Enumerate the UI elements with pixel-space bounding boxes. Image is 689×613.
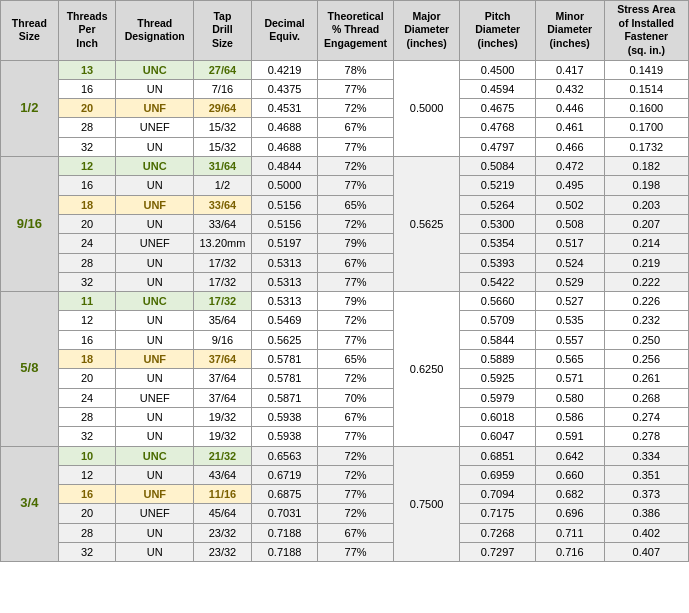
pte-cell: 72%	[318, 504, 393, 523]
table-row: 16UN9/160.562577%0.58440.5570.250	[1, 330, 689, 349]
decimal-cell: 0.5469	[251, 311, 318, 330]
decimal-cell: 0.5156	[251, 214, 318, 233]
minor-cell: 0.466	[535, 137, 604, 156]
pitch-cell: 0.4594	[460, 79, 535, 98]
minor-cell: 0.495	[535, 176, 604, 195]
decimal-cell: 0.6563	[251, 446, 318, 465]
designation-cell: UN	[116, 407, 194, 426]
pitch-cell: 0.5300	[460, 214, 535, 233]
designation-cell: UNF	[116, 350, 194, 369]
decimal-cell: 0.5938	[251, 407, 318, 426]
designation-cell: UNF	[116, 485, 194, 504]
drill-cell: 33/64	[194, 195, 252, 214]
minor-cell: 0.642	[535, 446, 604, 465]
drill-cell: 37/64	[194, 388, 252, 407]
drill-cell: 29/64	[194, 99, 252, 118]
table-row: 18UNF37/640.578165%0.58890.5650.256	[1, 350, 689, 369]
drill-cell: 23/32	[194, 523, 252, 542]
tpi-cell: 16	[58, 79, 116, 98]
designation-cell: UN	[116, 214, 194, 233]
minor-cell: 0.580	[535, 388, 604, 407]
table-row: 32UN15/320.468877%0.47970.4660.1732	[1, 137, 689, 156]
decimal-cell: 0.5871	[251, 388, 318, 407]
pte-cell: 72%	[318, 99, 393, 118]
pte-cell: 77%	[318, 272, 393, 291]
decimal-cell: 0.7031	[251, 504, 318, 523]
decimal-cell: 0.4844	[251, 157, 318, 176]
pte-cell: 78%	[318, 60, 393, 79]
pitch-cell: 0.5422	[460, 272, 535, 291]
table-row: 28UN23/320.718867%0.72680.7110.402	[1, 523, 689, 542]
pitch-cell: 0.5709	[460, 311, 535, 330]
tpi-cell: 20	[58, 214, 116, 233]
table-row: 20UN33/640.515672%0.53000.5080.207	[1, 214, 689, 233]
pitch-cell: 0.7175	[460, 504, 535, 523]
table-row: 28UN17/320.531367%0.53930.5240.219	[1, 253, 689, 272]
table-row: 24UNEF37/640.587170%0.59790.5800.268	[1, 388, 689, 407]
table-row: 28UNEF15/320.468867%0.47680.4610.1700	[1, 118, 689, 137]
stress-area-cell: 0.207	[604, 214, 688, 233]
major-diameter-cell: 0.5625	[393, 157, 460, 292]
stress-area-cell: 0.261	[604, 369, 688, 388]
pitch-cell: 0.5889	[460, 350, 535, 369]
minor-cell: 0.524	[535, 253, 604, 272]
stress-area-cell: 0.407	[604, 542, 688, 561]
minor-cell: 0.565	[535, 350, 604, 369]
drill-cell: 17/32	[194, 292, 252, 311]
pte-cell: 77%	[318, 542, 393, 561]
minor-cell: 0.529	[535, 272, 604, 291]
pte-cell: 72%	[318, 157, 393, 176]
stress-area-cell: 0.386	[604, 504, 688, 523]
drill-cell: 23/32	[194, 542, 252, 561]
minor-cell: 0.591	[535, 427, 604, 446]
stress-area-cell: 0.214	[604, 234, 688, 253]
table-row: 5/811UNC17/320.531379%0.62500.56600.5270…	[1, 292, 689, 311]
pitch-cell: 0.7268	[460, 523, 535, 542]
table-row: 32UN17/320.531377%0.54220.5290.222	[1, 272, 689, 291]
decimal-cell: 0.4219	[251, 60, 318, 79]
pte-cell: 72%	[318, 446, 393, 465]
tpi-cell: 12	[58, 465, 116, 484]
drill-cell: 13.20mm	[194, 234, 252, 253]
designation-cell: UN	[116, 253, 194, 272]
decimal-cell: 0.4531	[251, 99, 318, 118]
decimal-cell: 0.5781	[251, 350, 318, 369]
designation-cell: UN	[116, 427, 194, 446]
minor-cell: 0.502	[535, 195, 604, 214]
designation-cell: UN	[116, 369, 194, 388]
designation-cell: UN	[116, 272, 194, 291]
pitch-cell: 0.4675	[460, 99, 535, 118]
drill-cell: 33/64	[194, 214, 252, 233]
header-tpi: ThreadsPerInch	[58, 1, 116, 61]
tpi-cell: 20	[58, 504, 116, 523]
header-designation: ThreadDesignation	[116, 1, 194, 61]
pitch-cell: 0.5844	[460, 330, 535, 349]
pitch-cell: 0.6959	[460, 465, 535, 484]
tpi-cell: 12	[58, 157, 116, 176]
pitch-cell: 0.5660	[460, 292, 535, 311]
tpi-cell: 32	[58, 272, 116, 291]
stress-area-cell: 0.182	[604, 157, 688, 176]
stress-area-cell: 0.1419	[604, 60, 688, 79]
thread-size-cell: 3/4	[1, 446, 59, 562]
stress-area-cell: 0.1514	[604, 79, 688, 98]
pte-cell: 77%	[318, 176, 393, 195]
minor-cell: 0.417	[535, 60, 604, 79]
stress-area-cell: 0.203	[604, 195, 688, 214]
tpi-cell: 28	[58, 523, 116, 542]
minor-cell: 0.535	[535, 311, 604, 330]
drill-cell: 1/2	[194, 176, 252, 195]
minor-cell: 0.711	[535, 523, 604, 542]
drill-cell: 45/64	[194, 504, 252, 523]
minor-cell: 0.517	[535, 234, 604, 253]
pitch-cell: 0.5979	[460, 388, 535, 407]
designation-cell: UN	[116, 542, 194, 561]
table-row: 16UNF11/160.687577%0.70940.6820.373	[1, 485, 689, 504]
decimal-cell: 0.5000	[251, 176, 318, 195]
decimal-cell: 0.7188	[251, 542, 318, 561]
header-major: MajorDiameter(inches)	[393, 1, 460, 61]
pte-cell: 65%	[318, 350, 393, 369]
table-row: 18UNF33/640.515665%0.52640.5020.203	[1, 195, 689, 214]
pte-cell: 67%	[318, 253, 393, 272]
major-diameter-cell: 0.7500	[393, 446, 460, 562]
